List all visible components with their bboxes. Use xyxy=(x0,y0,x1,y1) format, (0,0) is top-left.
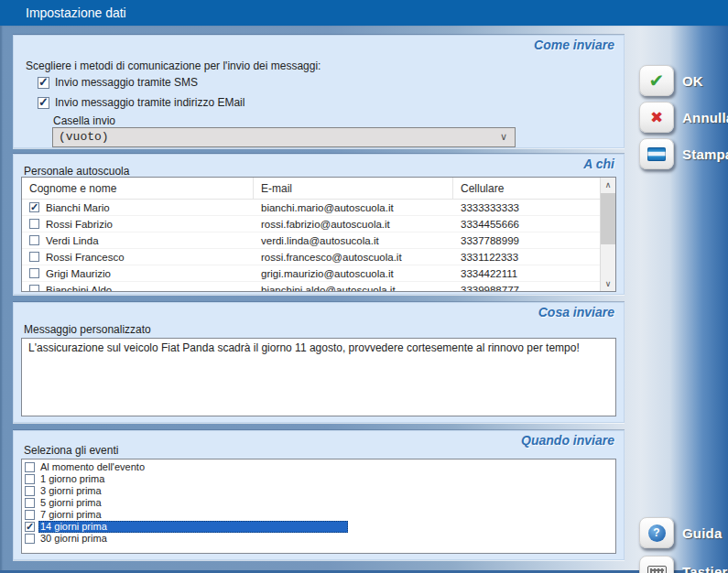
table-row[interactable]: Rossi Fabrizio rossi.fabrizio@autoscuola… xyxy=(22,216,600,232)
section-header-come-inviare: Come inviare xyxy=(534,38,614,52)
table-row[interactable]: Bianchi Mario bianchi.mario@autoscuola.i… xyxy=(22,200,600,216)
dialog-window: Impostazione dati Come inviare Scegliere… xyxy=(0,0,728,573)
help-icon: ? xyxy=(648,524,666,542)
row-phone: 3331122333 xyxy=(453,252,600,263)
event-checkbox[interactable] xyxy=(25,510,35,520)
table-scrollbar[interactable]: ∧ ∨ xyxy=(600,178,615,291)
scroll-up-icon[interactable]: ∧ xyxy=(601,178,615,192)
window-titlebar: Impostazione dati xyxy=(0,0,728,26)
row-checkbox[interactable] xyxy=(29,252,39,262)
row-phone: 3337788999 xyxy=(453,235,600,246)
email-checkbox-row[interactable]: Invio messaggio tramite indirizzo EMail xyxy=(38,96,244,109)
row-checkbox[interactable] xyxy=(29,268,39,278)
sms-checkbox-label: Invio messaggio tramite SMS xyxy=(55,76,198,89)
event-item[interactable]: 3 giorni prima xyxy=(22,485,615,497)
email-checkbox-label: Invio messaggio tramite indirizzo EMail xyxy=(55,96,244,109)
row-email: grigi.maurizio@autoscuola.it xyxy=(254,268,453,279)
row-email: verdi.linda@autosucola.it xyxy=(254,235,453,246)
printer-icon xyxy=(647,147,666,161)
message-textarea[interactable]: L'assicurazione sul veicolo Fiat Panda s… xyxy=(21,338,616,416)
section-header-a-chi: A chi xyxy=(583,157,614,171)
table-row[interactable]: Bianchini Aldo bianchini.aldo@autoscuola… xyxy=(22,282,600,292)
event-item[interactable]: 30 giorni prima xyxy=(22,533,615,545)
row-checkbox[interactable] xyxy=(29,285,39,292)
column-header-phone[interactable]: Cellulare xyxy=(453,178,600,199)
guida-button[interactable]: ? Guida xyxy=(639,517,723,548)
sms-checkbox-row[interactable]: Invio messaggio tramite SMS xyxy=(38,76,198,89)
row-name: Verdi Linda xyxy=(46,235,99,246)
tastiera-button-label: Tastiera xyxy=(682,564,728,573)
stampa-button[interactable]: Stampa xyxy=(639,138,728,169)
dialog-body: Come inviare Scegliere i metodi di comun… xyxy=(0,26,728,573)
events-listbox: Al momento dell'evento 1 giorno prima 3 … xyxy=(21,459,616,554)
event-label: 1 giorno prima xyxy=(38,473,106,485)
keyboard-icon xyxy=(647,566,667,573)
event-checkbox[interactable] xyxy=(25,462,35,472)
annulla-button-tile: ✖ xyxy=(639,102,674,133)
event-item-selected[interactable]: 14 giorni prima xyxy=(22,521,615,533)
event-label: 30 giorni prima xyxy=(38,533,109,545)
event-label: 7 giorni prima xyxy=(38,509,103,521)
event-checkbox[interactable] xyxy=(25,522,35,532)
stampa-button-tile xyxy=(639,138,674,169)
column-header-name[interactable]: Cognome e nome xyxy=(22,178,254,199)
row-phone: 3334455666 xyxy=(453,219,600,230)
row-name: Bianchi Mario xyxy=(46,202,110,213)
table-row[interactable]: Rossi Francesco rossi.francesco@autoscuo… xyxy=(22,249,600,265)
personale-autoscuola-label: Personale autoscuola xyxy=(24,165,129,178)
scrollbar-thumb[interactable] xyxy=(601,193,615,244)
casella-invio-value: (vuoto) xyxy=(59,130,109,144)
scroll-down-icon[interactable]: ∨ xyxy=(601,276,615,291)
event-label: 14 giorni prima xyxy=(38,521,348,533)
panel-quando-inviare: Quando inviare Seleziona gli eventi Al m… xyxy=(13,430,625,560)
section-header-quando-inviare: Quando inviare xyxy=(521,433,614,448)
communication-methods-instruction: Scegliere i metodi di comunicazione per … xyxy=(26,59,321,72)
event-label: 3 giorni prima xyxy=(38,485,103,497)
panel-come-inviare: Come inviare Scegliere i metodi di comun… xyxy=(13,35,625,148)
event-checkbox[interactable] xyxy=(25,474,35,484)
table-row[interactable]: Verdi Linda verdi.linda@autosucola.it 33… xyxy=(22,232,600,249)
column-header-email[interactable]: E-mail xyxy=(254,178,453,199)
event-item[interactable]: 5 giorni prima xyxy=(22,497,615,509)
seleziona-eventi-label: Seleziona gli eventi xyxy=(24,444,118,457)
casella-invio-dropdown[interactable]: (vuoto) ∨ xyxy=(52,127,516,147)
row-name: Grigi Maurizio xyxy=(46,268,111,279)
event-item[interactable]: 1 giorno prima xyxy=(22,473,615,485)
cross-icon: ✖ xyxy=(650,108,663,126)
staff-table-header: Cognome e nome E-mail Cellulare xyxy=(22,178,615,200)
ok-button[interactable]: ✔ OK xyxy=(639,65,703,96)
annulla-button[interactable]: ✖ Annulla xyxy=(639,102,728,133)
row-phone: 3333333333 xyxy=(453,202,600,213)
event-checkbox[interactable] xyxy=(25,498,35,508)
row-checkbox[interactable] xyxy=(29,202,39,212)
row-phone: 3339988777 xyxy=(453,285,600,293)
guida-button-label: Guida xyxy=(682,525,723,541)
ok-button-label: OK xyxy=(682,73,703,89)
row-checkbox[interactable] xyxy=(29,235,39,245)
table-row[interactable]: Grigi Maurizio grigi.maurizio@autoscuola… xyxy=(22,265,600,282)
event-checkbox[interactable] xyxy=(25,486,35,496)
messaggio-personalizzato-label: Messaggio personalizzato xyxy=(24,323,151,336)
event-item[interactable]: Al momento dell'evento xyxy=(22,461,615,473)
row-name: Rossi Fabrizio xyxy=(46,219,113,230)
row-email: rossi.fabrizio@autoscuola.it xyxy=(254,219,453,230)
annulla-button-label: Annulla xyxy=(682,110,728,125)
casella-invio-label: Casella invio xyxy=(53,114,115,127)
chevron-down-icon[interactable]: ∨ xyxy=(500,128,507,146)
stampa-button-label: Stampa xyxy=(682,146,728,162)
email-checkbox[interactable] xyxy=(38,97,49,109)
event-item[interactable]: 7 giorni prima xyxy=(22,509,615,521)
panel-cosa-inviare: Cosa inviare Messaggio personalizzato L'… xyxy=(13,302,625,423)
event-label: 5 giorni prima xyxy=(38,497,103,509)
row-checkbox[interactable] xyxy=(29,219,39,229)
event-checkbox[interactable] xyxy=(25,534,35,544)
window-title: Impostazione dati xyxy=(26,5,126,20)
row-phone: 3334422111 xyxy=(453,268,600,279)
tastiera-button[interactable]: Tastiera xyxy=(639,556,728,573)
panel-a-chi: A chi Personale autoscuola Cognome e nom… xyxy=(13,154,625,295)
row-name: Rossi Francesco xyxy=(46,252,125,263)
event-label: Al momento dell'evento xyxy=(38,461,147,473)
check-icon: ✔ xyxy=(649,70,665,92)
sms-checkbox[interactable] xyxy=(38,77,49,89)
staff-table-body: Bianchi Mario bianchi.mario@autoscuola.i… xyxy=(22,200,600,292)
